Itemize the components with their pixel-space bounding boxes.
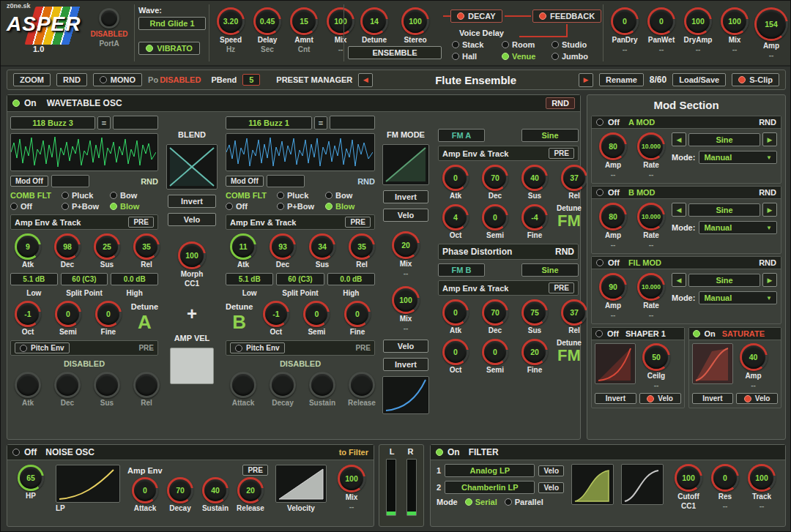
osc1-ampenv-pre-button[interactable]: PRE bbox=[128, 217, 154, 228]
osc2-pitchenv-button[interactable]: Pitch Env bbox=[230, 342, 285, 353]
blend-morph-knob[interactable]: 100MorphCC1 bbox=[174, 241, 209, 288]
fm-b-button[interactable]: FM B bbox=[438, 263, 485, 277]
vibrato-delay-knob[interactable]: 0.45DelaySec bbox=[250, 7, 285, 54]
osc1-pitch-sus-knob[interactable]: Sus bbox=[89, 372, 125, 408]
preset-name[interactable]: Flute Ensemble bbox=[379, 74, 573, 86]
filter-slot2-type-select[interactable]: Chamberlin LP bbox=[445, 481, 535, 494]
noise-mix-knob[interactable]: 100Mix-- bbox=[334, 465, 369, 512]
pbend-value[interactable]: 5 bbox=[242, 74, 260, 86]
ensemble-stereo-knob[interactable]: 100Stereo bbox=[398, 7, 433, 45]
fil-mod-amp-knob[interactable]: 90Amp-- bbox=[595, 273, 631, 320]
b-mod-wave-prev-button[interactable]: ◀ bbox=[672, 203, 686, 217]
filter-track-knob[interactable]: 100Track-- bbox=[744, 464, 779, 511]
vibrato-speed-knob[interactable]: 3.20SpeedHz bbox=[213, 7, 248, 54]
noise-to-filter-button[interactable]: to Filter bbox=[339, 448, 368, 457]
osc1-atk-knob[interactable]: 9Atk bbox=[10, 233, 45, 269]
fm-a-atk-knob[interactable]: 0Atk bbox=[438, 165, 473, 201]
noise-pre-button[interactable]: PRE bbox=[242, 465, 268, 476]
sclip-button[interactable]: S-Clip bbox=[732, 73, 779, 86]
voice-delay-option-jumbo[interactable]: Jumbo bbox=[552, 52, 588, 61]
osc2-comb-bow[interactable]: Bow bbox=[325, 191, 369, 200]
osc2-comb-pbow[interactable]: P+Bow bbox=[277, 202, 325, 211]
osc2-comb-off[interactable]: Off bbox=[226, 202, 277, 211]
fm-a-dec-knob[interactable]: 70Dec bbox=[478, 165, 513, 201]
b-mod-wave-next-button[interactable]: ▶ bbox=[762, 203, 777, 217]
shaper-invert-button[interactable]: Invert bbox=[595, 393, 636, 404]
osc1-dec-knob[interactable]: 98Dec bbox=[50, 233, 85, 269]
osc1-track-split-value[interactable]: 60 (C3) bbox=[61, 273, 108, 285]
fil-mod-wave-next-button[interactable]: ▶ bbox=[762, 273, 777, 287]
noise-attack-knob[interactable]: 0Attack bbox=[127, 477, 163, 513]
a-mod-rnd-button[interactable]: RND bbox=[759, 118, 776, 127]
a-mod-led[interactable] bbox=[596, 119, 604, 126]
osc2-pitch-sus-knob[interactable]: Sustain bbox=[305, 372, 340, 408]
filter-cutoff-knob[interactable]: 100CutoffCC1 bbox=[671, 464, 706, 511]
saturate-velo-button[interactable]: Velo bbox=[736, 393, 778, 404]
panwet-knob[interactable]: 0PanWet-- bbox=[644, 7, 679, 54]
shaper-ceiling-knob[interactable]: 50Ceilg-- bbox=[639, 343, 674, 390]
b-mod-rate-knob[interactable]: 10.000Rate-- bbox=[634, 203, 669, 250]
shaper-led[interactable] bbox=[595, 330, 603, 337]
decay-button[interactable]: DECAY bbox=[450, 10, 502, 23]
noise-hp-knob[interactable]: 65HP bbox=[13, 465, 48, 501]
osc2-ampenv-pre-button[interactable]: PRE bbox=[345, 217, 371, 228]
ampvel-display[interactable] bbox=[170, 348, 214, 384]
osc2-wave-select[interactable]: 116 Buzz 1 bbox=[226, 116, 312, 130]
osc1-oct-knob[interactable]: -1Oct bbox=[10, 301, 45, 337]
noise-on-led[interactable] bbox=[12, 449, 20, 456]
osc2-oct-knob[interactable]: -1Oct bbox=[259, 301, 294, 337]
voice-delay-option-hall[interactable]: Hall bbox=[452, 52, 477, 61]
filter-slot1-velo-button[interactable]: Velo bbox=[538, 465, 564, 476]
osc1-track-high-value[interactable]: 0.0 dB bbox=[111, 273, 158, 285]
preset-next-button[interactable]: ▶ bbox=[579, 73, 593, 87]
b-mod-mode-select[interactable]: Manual▼ bbox=[699, 221, 777, 234]
osc2-track-split-value[interactable]: 60 (C3) bbox=[276, 273, 324, 285]
mono-button[interactable]: MONO bbox=[93, 73, 142, 86]
blend-invert-button[interactable]: Invert bbox=[168, 195, 216, 208]
osc2-rnd-button[interactable]: RND bbox=[357, 177, 375, 186]
osc2-sus-knob[interactable]: 34Sus bbox=[305, 233, 340, 269]
fm-b-fine-knob[interactable]: 20Fine bbox=[517, 339, 552, 375]
osc2-mod-amount-box[interactable] bbox=[267, 175, 305, 187]
osc1-comb-blow[interactable]: Blow bbox=[110, 202, 154, 211]
osc2-mod-button[interactable]: Mod Off bbox=[226, 176, 264, 187]
osc2-pitch-atk-knob[interactable]: Attack bbox=[226, 372, 261, 408]
vibrato-button[interactable]: VIBRATO bbox=[138, 42, 200, 55]
osc1-semi-knob[interactable]: 0Semi bbox=[51, 301, 86, 337]
voice-delay-option-venue[interactable]: Venue bbox=[502, 52, 535, 61]
osc2-atk-knob[interactable]: 11Atk bbox=[226, 233, 261, 269]
fil-mod-rnd-button[interactable]: RND bbox=[759, 258, 776, 267]
feedback-button[interactable]: FEEDBACK bbox=[532, 10, 601, 23]
osc2-track-high-value[interactable]: 0.0 dB bbox=[327, 273, 375, 285]
wave-preset-button[interactable]: Rnd Glide 1 bbox=[138, 17, 206, 30]
osc1-comb-off[interactable]: Off bbox=[10, 202, 62, 211]
b-mod-amp-knob[interactable]: 80Amp-- bbox=[595, 203, 631, 250]
fm-velo2-button[interactable]: Velo bbox=[383, 340, 428, 353]
osc1-pitchenv-pre[interactable]: PRE bbox=[138, 344, 154, 352]
osc1-pitchenv-button[interactable]: Pitch Env bbox=[15, 342, 70, 353]
osc2-dec-knob[interactable]: 93Dec bbox=[265, 233, 300, 269]
porta-knob[interactable] bbox=[92, 8, 127, 29]
osc2-pitch-dec-knob[interactable]: Decay bbox=[265, 372, 300, 408]
voice-delay-option-stack[interactable]: Stack bbox=[452, 40, 483, 49]
dryamp-knob[interactable]: 100DryAmp-- bbox=[680, 7, 716, 54]
fm-mix1-knob[interactable]: 20Mix-- bbox=[388, 231, 423, 278]
blend-velo-button[interactable]: Velo bbox=[168, 213, 216, 226]
rnd-button[interactable]: RND bbox=[56, 73, 87, 86]
fm-b-atk-knob[interactable]: 0Atk bbox=[438, 299, 473, 335]
osc1-comb-bow[interactable]: Bow bbox=[110, 191, 154, 200]
filter-res-knob[interactable]: 0Res-- bbox=[708, 464, 743, 511]
osc1-pitch-dec-knob[interactable]: Dec bbox=[50, 372, 85, 408]
osc1-rnd-button[interactable]: RND bbox=[141, 177, 158, 186]
a-mod-wave-select[interactable]: Sine bbox=[688, 133, 760, 146]
osc2-mod-slot-box[interactable] bbox=[330, 116, 375, 130]
b-mod-rnd-button[interactable]: RND bbox=[759, 188, 776, 197]
osc2-comb-pluck[interactable]: Pluck bbox=[277, 191, 325, 200]
osc1-track-low-value[interactable]: 5.1 dB bbox=[10, 273, 58, 285]
fm-b-semi-knob[interactable]: 0Semi bbox=[478, 339, 513, 375]
fm-a-oct-knob[interactable]: 4Oct bbox=[438, 204, 473, 240]
osc1-wave-select[interactable]: 118 Buzz 3 bbox=[10, 116, 95, 130]
a-mod-rate-knob[interactable]: 10.000Rate-- bbox=[634, 132, 669, 179]
noise-decay-knob[interactable]: 70Decay bbox=[163, 477, 198, 513]
fm-a-wave-select[interactable]: Sine bbox=[521, 129, 579, 142]
